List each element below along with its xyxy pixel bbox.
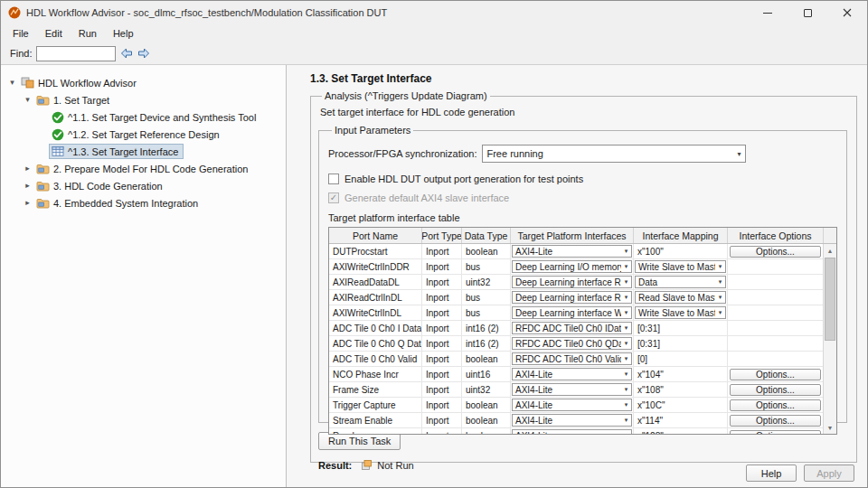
tree-item[interactable]: ^1.2. Set Target Reference Design <box>49 127 225 143</box>
chevron-down-icon: ▾ <box>621 324 631 332</box>
options-button[interactable]: Options... <box>730 246 821 258</box>
find-previous-button[interactable] <box>120 48 133 59</box>
find-input[interactable] <box>36 46 116 61</box>
interface-mapping-select[interactable]: Read Slave to Master B▾ <box>635 291 726 304</box>
target-platform-interface-select[interactable]: AXI4-Lite▾ <box>512 245 632 258</box>
tree-item-label: ^1.2. Set Target Reference Design <box>68 129 220 140</box>
menu-help[interactable]: Help <box>105 26 142 41</box>
data-type-cell: uint32 <box>462 275 511 289</box>
table-row: AXIReadCtrlInDLInportbusDeep Learning in… <box>329 290 824 305</box>
axi4-slave-check-row: ✓ Generate default AXI4 slave interface <box>328 192 837 203</box>
target-platform-interface-select[interactable]: Deep Learning I/O memory Writ▾ <box>512 260 632 273</box>
tree-item[interactable]: 3. HDL Code Generation <box>33 178 168 193</box>
menu-run[interactable]: Run <box>71 26 105 41</box>
tree-item[interactable]: 4. Embedded System Integration <box>33 195 203 211</box>
port-name-cell: AXIWriteCtrlInDDR <box>329 259 422 274</box>
tree-item[interactable]: ^1.1. Set Target Device and Synthesis To… <box>49 109 261 126</box>
minimize-icon <box>763 13 772 14</box>
find-next-button[interactable] <box>137 48 150 59</box>
target-platform-interface-select[interactable]: AXI4-Lite▾ <box>512 383 632 396</box>
run-this-task-button[interactable]: Run This Task <box>318 432 401 450</box>
menu-edit[interactable]: Edit <box>37 26 71 41</box>
menu-file[interactable]: File <box>5 26 37 41</box>
expand-icon[interactable]: ▸ <box>22 194 33 211</box>
target-platform-interface-select[interactable]: Deep Learning interface Read▾ <box>512 276 632 288</box>
interface-mapping-cell: x"10C" <box>634 398 728 412</box>
target-platform-interface-select[interactable]: RFDC ADC Tile0 Ch0 Valid▾ <box>512 352 632 365</box>
options-button[interactable]: Options... <box>730 369 821 380</box>
collapse-icon[interactable]: ▾ <box>22 91 33 108</box>
chevron-down-icon: ▾ <box>621 248 631 255</box>
chevron-down-icon: ▾ <box>621 355 631 362</box>
task-panel: 1.3. Set Target Interface Analysis (^Tri… <box>287 65 867 487</box>
target-platform-interface-cell: Deep Learning interface Write▾ <box>511 305 634 320</box>
target-platform-interface-select[interactable]: AXI4-Lite▾ <box>512 368 632 380</box>
apply-button[interactable]: Apply <box>804 465 854 482</box>
scrollbar-thumb[interactable] <box>825 258 835 341</box>
combo-value: AXI4-Lite <box>513 400 621 410</box>
port-name-cell: Stream Enable <box>329 413 422 427</box>
collapse-icon[interactable]: ▾ <box>6 74 18 91</box>
combo-value: Deep Learning interface Write <box>513 308 621 318</box>
port-name-cell: Trigger Capture <box>329 398 422 412</box>
scroll-down-icon[interactable]: ▼ <box>824 421 836 434</box>
target-platform-interface-cell: RFDC ADC Tile0 Ch0 QData [0:3▾ <box>511 336 634 351</box>
tree-row: ▸2. Prepare Model For HDL Code Generatio… <box>1 160 286 177</box>
find-label: Find: <box>10 48 32 59</box>
data-type-cell: uint32 <box>462 382 511 397</box>
close-icon <box>843 8 852 17</box>
interface-mapping-cell: x"108" <box>634 382 728 397</box>
table-row: DUTProcstartInportbooleanAXI4-Lite▾x"100… <box>329 244 824 259</box>
port-type-cell: Inport <box>422 259 462 274</box>
table-row: AXIWriteCtrlInDLInportbusDeep Learning i… <box>329 305 824 321</box>
options-button[interactable]: Options... <box>730 384 821 396</box>
testpoints-checkbox[interactable] <box>328 174 339 184</box>
target-platform-interface-select[interactable]: AXI4-Lite▾ <box>512 399 632 411</box>
interface-mapping-select[interactable]: Write Slave to Master E▾ <box>635 260 726 273</box>
target-platform-interface-select[interactable]: AXI4-Lite▾ <box>512 414 632 427</box>
axi4-slave-checkbox: ✓ <box>328 192 339 203</box>
port-name-cell: ADC Tile 0 Ch0 Valid <box>329 352 422 366</box>
check-icon <box>52 128 64 141</box>
data-type-cell: int16 (2) <box>462 336 511 351</box>
window-title: HDL Workflow Advisor - soc_dlmc_rfsoc_te… <box>26 7 748 18</box>
scroll-up-icon[interactable]: ▲ <box>824 244 836 257</box>
maximize-button[interactable] <box>788 1 827 24</box>
tree-row: ▸4. Embedded System Integration <box>1 194 286 211</box>
table-row: Stream EnableInportbooleanAXI4-Lite▾x"11… <box>329 413 824 428</box>
tree-item[interactable]: 2. Prepare Model For HDL Code Generation <box>33 161 253 176</box>
combo-value: RFDC ADC Tile0 Ch0 Valid <box>513 354 621 364</box>
sync-select[interactable]: Free running ▾ <box>482 145 746 163</box>
target-platform-interface-select[interactable]: AXI4-Lite▾ <box>512 429 632 435</box>
table-header-row: Port NamePort TypeData TypeTarget Platfo… <box>329 228 836 244</box>
tree-item[interactable]: HDL Workflow Advisor <box>18 75 142 90</box>
table-row: AXIReadDataDLInportuint32Deep Learning i… <box>329 275 824 290</box>
target-platform-interface-select[interactable]: Deep Learning interface Write▾ <box>512 306 632 319</box>
interface-mapping-select[interactable]: Data▾ <box>635 276 726 288</box>
table-scrollbar[interactable]: ▲ ▼ <box>823 244 836 434</box>
port-name-cell: NCO Phase Incr <box>329 367 422 381</box>
target-platform-interface-table: Port NamePort TypeData TypeTarget Platfo… <box>328 227 837 435</box>
sync-param-row: Processor/FPGA synchronization: Free run… <box>328 145 837 163</box>
close-button[interactable] <box>827 1 867 24</box>
options-button[interactable]: Options... <box>730 415 821 427</box>
help-button[interactable]: Help <box>746 465 797 482</box>
interface-options-cell <box>728 321 824 335</box>
target-platform-interface-select[interactable]: Deep Learning interface Read▾ <box>512 291 632 304</box>
interface-mapping-select[interactable]: Write Slave to Master E▾ <box>635 306 726 319</box>
tree-item[interactable]: ^1.3. Set Target Interface <box>49 144 184 159</box>
tree-row: ▾HDL Workflow Advisor <box>1 74 286 91</box>
interface-options-cell <box>728 336 824 351</box>
minimize-button[interactable] <box>748 1 788 24</box>
target-platform-interface-select[interactable]: RFDC ADC Tile0 Ch0 QData [0:3▾ <box>512 337 632 350</box>
tree-item[interactable]: 1. Set Target <box>33 92 115 108</box>
folder-icon <box>36 163 50 174</box>
options-button[interactable]: Options... <box>730 430 821 436</box>
chevron-down-icon: ▾ <box>715 309 725 316</box>
tree-item-label: ^1.1. Set Target Device and Synthesis To… <box>68 112 256 123</box>
options-button[interactable]: Options... <box>730 399 821 411</box>
expand-icon[interactable]: ▸ <box>22 160 33 177</box>
expand-icon[interactable]: ▸ <box>22 177 33 194</box>
interface-options-cell <box>728 305 824 320</box>
target-platform-interface-select[interactable]: RFDC ADC Tile0 Ch0 IData [0:3▾ <box>512 322 632 334</box>
